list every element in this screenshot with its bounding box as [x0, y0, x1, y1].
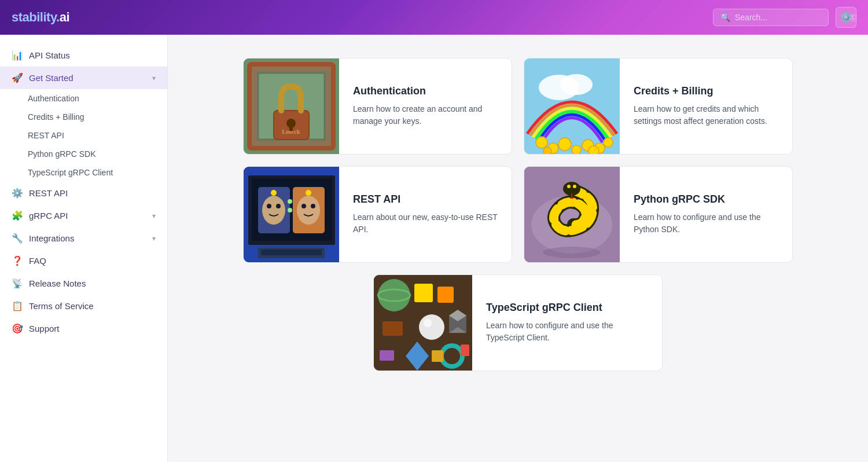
sidebar-item-integrations[interactable]: 🔧 Integrations ▾: [0, 227, 167, 250]
svg-point-10: [560, 74, 593, 95]
sidebar-item-get-started[interactable]: 🚀 Get Started ▾: [0, 67, 167, 89]
get-started-icon: 🚀: [12, 72, 23, 83]
sidebar-item-label: Terms of Service: [29, 301, 94, 311]
sidebar-sub-label: REST API: [28, 131, 64, 140]
svg-point-29: [301, 204, 306, 208]
sidebar-item-grpc-api[interactable]: 🧩 gRPC API ▾: [0, 204, 167, 227]
svg-point-17: [604, 138, 613, 147]
card-desc-auth: Learn how to create an account and manag…: [353, 103, 498, 127]
svg-point-18: [543, 147, 551, 154]
card-body-auth: Authentication Learn how to create an ac…: [339, 74, 512, 139]
rest-api-icon: ⚙️: [12, 188, 23, 199]
svg-point-42: [543, 247, 601, 258]
card-image-ts: [374, 275, 472, 371]
release-notes-icon: 📡: [12, 278, 23, 289]
chevron-down-icon: ▾: [152, 74, 156, 82]
card-rest-api[interactable]: REST API Learn about our new, easy-to-us…: [243, 166, 512, 263]
search-bar[interactable]: 🔍 ⌘K: [713, 9, 829, 26]
sidebar-item-authentication[interactable]: Authentication: [0, 89, 167, 108]
svg-point-31: [271, 190, 277, 196]
card-typescript-grpc[interactable]: TypeScript gRPC Client Learn how to conf…: [373, 274, 663, 371]
svg-point-50: [424, 319, 432, 327]
svg-rect-57: [380, 350, 394, 361]
sidebar-item-release-notes[interactable]: 📡 Release Notes: [0, 272, 167, 295]
card-image-credits: [524, 58, 620, 154]
sidebar-item-label: gRPC API: [29, 211, 68, 221]
card-authentication[interactable]: Loocck Authentication Learn how to creat…: [243, 58, 512, 155]
logo-text: stability: [12, 10, 56, 24]
svg-point-30: [311, 204, 315, 208]
sidebar-item-terms-of-service[interactable]: 📋 Terms of Service: [0, 295, 167, 317]
sidebar-item-rest-api[interactable]: ⚙️ REST API: [0, 182, 167, 204]
grpc-api-icon: 🧩: [12, 210, 23, 221]
svg-rect-47: [437, 287, 454, 303]
layout: 📊 API Status 🚀 Get Started ▾ Authenticat…: [0, 35, 868, 462]
sidebar-item-python-grpc-sdk[interactable]: Python gRPC SDK: [0, 145, 167, 163]
header-right: 🔍 ⌘K ⚙️: [713, 7, 856, 28]
main-content: Loocck Authentication Learn how to creat…: [168, 35, 868, 462]
sidebar-item-label: FAQ: [29, 256, 46, 266]
svg-point-11: [536, 137, 547, 148]
card-desc-python: Learn how to configure and use the Pytho…: [634, 211, 778, 236]
svg-text:Loocck: Loocck: [282, 129, 300, 135]
sidebar-item-faq[interactable]: ❓ FAQ: [0, 250, 167, 272]
sidebar-sub-label: Python gRPC SDK: [28, 149, 96, 159]
svg-point-40: [567, 185, 571, 188]
sidebar-sub-label: Authentication: [28, 94, 79, 103]
settings-button[interactable]: ⚙️: [836, 7, 856, 28]
card-title-rest: REST API: [353, 193, 498, 206]
card-image-auth: Loocck: [244, 58, 339, 154]
svg-point-24: [262, 196, 285, 225]
chevron-down-icon: ▾: [152, 234, 156, 243]
card-title-ts: TypeScript gRPC Client: [486, 302, 648, 314]
chevron-down-icon: ▾: [152, 212, 156, 220]
svg-point-34: [288, 208, 292, 212]
svg-point-14: [572, 145, 581, 154]
svg-point-41: [573, 185, 576, 188]
sidebar-item-rest-api-sub[interactable]: REST API: [0, 126, 167, 145]
svg-rect-46: [414, 284, 433, 302]
terms-icon: 📋: [12, 300, 23, 311]
svg-point-25: [267, 204, 271, 208]
svg-point-32: [306, 190, 311, 196]
auth-illustration: Loocck: [244, 58, 339, 154]
sidebar-item-support[interactable]: 🎯 Support: [0, 317, 167, 340]
sidebar-item-typescript-grpc[interactable]: TypeScript gRPC Client: [0, 163, 167, 182]
support-icon: 🎯: [12, 323, 23, 334]
card-title-credits: Credits + Billing: [634, 85, 778, 97]
svg-point-19: [589, 146, 599, 154]
card-body-credits: Credits + Billing Learn how to get credi…: [620, 74, 792, 139]
api-status-icon: 📊: [12, 50, 23, 61]
cards-grid: Loocck Authentication Learn how to creat…: [243, 58, 793, 371]
svg-point-13: [558, 138, 571, 151]
svg-rect-58: [461, 344, 469, 356]
card-desc-ts: Learn how to configure and use the TypeS…: [486, 320, 648, 344]
search-input[interactable]: [735, 13, 836, 22]
card-body-ts: TypeScript gRPC Client Learn how to conf…: [472, 290, 662, 355]
svg-point-49: [419, 314, 444, 340]
ts-illustration: [374, 275, 472, 371]
sidebar-item-label: Release Notes: [29, 278, 86, 288]
logo-ai: ai: [60, 10, 69, 24]
svg-point-28: [297, 196, 320, 225]
sidebar-item-label: Get Started: [29, 73, 73, 83]
sidebar: 📊 API Status 🚀 Get Started ▾ Authenticat…: [0, 35, 168, 462]
card-image-rest: [244, 167, 339, 262]
logo: stability.ai: [12, 10, 69, 25]
header: stability.ai 🔍 ⌘K ⚙️: [0, 0, 868, 35]
card-desc-rest: Learn about our new, easy-to-use REST AP…: [353, 211, 498, 236]
sidebar-sub-label: Credits + Billing: [28, 112, 84, 122]
card-title-python: Python gRPC SDK: [634, 193, 778, 206]
sidebar-item-credits-billing[interactable]: Credits + Billing: [0, 108, 167, 126]
card-python-grpc[interactable]: Python gRPC SDK Learn how to configure a…: [524, 166, 793, 263]
svg-point-33: [288, 199, 292, 204]
faq-icon: ❓: [12, 255, 23, 266]
card-credits-billing[interactable]: Credits + Billing Learn how to get credi…: [524, 58, 793, 155]
svg-rect-48: [382, 321, 403, 336]
sidebar-item-label: REST API: [29, 188, 68, 198]
card-body-python: Python gRPC SDK Learn how to configure a…: [620, 182, 792, 247]
credits-illustration: [524, 58, 620, 154]
sidebar-item-api-status[interactable]: 📊 API Status: [0, 44, 167, 67]
svg-rect-36: [261, 250, 322, 255]
card-title-auth: Authentication: [353, 85, 498, 97]
